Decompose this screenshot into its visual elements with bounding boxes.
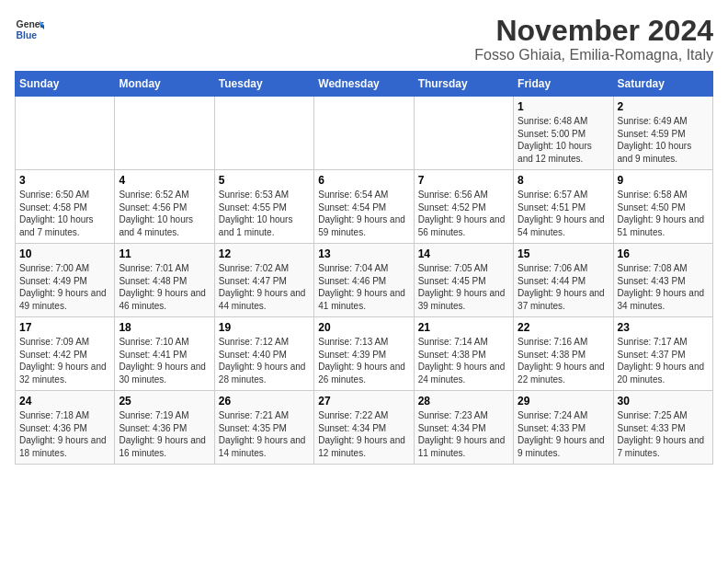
day-info: Sunrise: 7:10 AMSunset: 4:41 PMDaylight:…	[119, 336, 210, 385]
day-info: Sunrise: 7:06 AMSunset: 4:44 PMDaylight:…	[518, 262, 609, 312]
day-number: 22	[518, 321, 609, 334]
day-info: Sunrise: 6:52 AMSunset: 4:56 PMDaylight:…	[119, 189, 210, 238]
calendar-day-cell: 27Sunrise: 7:22 AMSunset: 4:34 PMDayligh…	[314, 391, 414, 465]
day-info: Sunrise: 7:00 AMSunset: 4:49 PMDaylight:…	[19, 262, 110, 312]
calendar-day-cell: 13Sunrise: 7:04 AMSunset: 4:46 PMDayligh…	[314, 244, 414, 317]
day-number: 2	[618, 100, 709, 113]
calendar-day-cell: 15Sunrise: 7:06 AMSunset: 4:44 PMDayligh…	[514, 244, 613, 317]
day-info: Sunrise: 7:25 AMSunset: 4:33 PMDaylight:…	[618, 409, 709, 459]
day-info: Sunrise: 7:01 AMSunset: 4:48 PMDaylight:…	[119, 262, 210, 312]
calendar-day-cell: 2Sunrise: 6:49 AMSunset: 4:59 PMDaylight…	[613, 97, 712, 170]
logo-icon: General Blue	[15, 15, 44, 44]
calendar-day-cell: 29Sunrise: 7:24 AMSunset: 4:33 PMDayligh…	[514, 391, 613, 465]
day-info: Sunrise: 6:49 AMSunset: 4:59 PMDaylight:…	[618, 115, 709, 165]
day-number: 29	[518, 395, 609, 408]
day-info: Sunrise: 6:56 AMSunset: 4:52 PMDaylight:…	[418, 189, 509, 238]
day-number: 7	[418, 174, 509, 187]
day-number: 19	[219, 321, 310, 334]
calendar-week-row: 3Sunrise: 6:50 AMSunset: 4:58 PMDaylight…	[16, 170, 713, 244]
calendar-day-cell: 24Sunrise: 7:18 AMSunset: 4:36 PMDayligh…	[16, 391, 115, 465]
calendar-day-cell: 23Sunrise: 7:17 AMSunset: 4:37 PMDayligh…	[613, 317, 712, 391]
weekday-header-cell: Sunday	[16, 72, 115, 97]
day-number: 28	[418, 395, 509, 408]
day-number: 18	[119, 321, 210, 334]
calendar-day-cell	[115, 97, 214, 170]
calendar-day-cell: 25Sunrise: 7:19 AMSunset: 4:36 PMDayligh…	[115, 391, 214, 465]
calendar-day-cell: 21Sunrise: 7:14 AMSunset: 4:38 PMDayligh…	[414, 317, 513, 391]
day-info: Sunrise: 7:13 AMSunset: 4:39 PMDaylight:…	[318, 336, 409, 385]
day-info: Sunrise: 7:22 AMSunset: 4:34 PMDaylight:…	[318, 409, 409, 459]
calendar-table: SundayMondayTuesdayWednesdayThursdayFrid…	[15, 71, 713, 465]
day-number: 17	[19, 321, 110, 334]
day-number: 12	[219, 247, 310, 260]
weekday-header-row: SundayMondayTuesdayWednesdayThursdayFrid…	[16, 72, 713, 97]
day-info: Sunrise: 7:21 AMSunset: 4:35 PMDaylight:…	[219, 409, 310, 459]
calendar-day-cell: 5Sunrise: 6:53 AMSunset: 4:55 PMDaylight…	[214, 170, 313, 244]
calendar-day-cell	[16, 97, 115, 170]
month-title: November 2024	[474, 15, 713, 47]
calendar-week-row: 24Sunrise: 7:18 AMSunset: 4:36 PMDayligh…	[16, 391, 713, 465]
calendar-day-cell: 4Sunrise: 6:52 AMSunset: 4:56 PMDaylight…	[115, 170, 214, 244]
day-number: 23	[618, 321, 709, 334]
day-info: Sunrise: 7:12 AMSunset: 4:40 PMDaylight:…	[219, 336, 310, 385]
calendar-day-cell	[414, 97, 513, 170]
calendar-body: 1Sunrise: 6:48 AMSunset: 5:00 PMDaylight…	[16, 97, 713, 465]
calendar-day-cell: 18Sunrise: 7:10 AMSunset: 4:41 PMDayligh…	[115, 317, 214, 391]
page-header: General Blue November 2024 Fosso Ghiaia,…	[15, 15, 713, 63]
day-info: Sunrise: 6:54 AMSunset: 4:54 PMDaylight:…	[318, 189, 409, 238]
calendar-day-cell: 16Sunrise: 7:08 AMSunset: 4:43 PMDayligh…	[613, 244, 712, 317]
day-info: Sunrise: 7:09 AMSunset: 4:42 PMDaylight:…	[19, 336, 110, 385]
location-title: Fosso Ghiaia, Emilia-Romagna, Italy	[474, 47, 713, 63]
calendar-day-cell: 30Sunrise: 7:25 AMSunset: 4:33 PMDayligh…	[613, 391, 712, 465]
day-number: 4	[119, 174, 210, 187]
day-number: 27	[318, 395, 409, 408]
calendar-day-cell: 10Sunrise: 7:00 AMSunset: 4:49 PMDayligh…	[16, 244, 115, 317]
day-number: 9	[618, 174, 709, 187]
weekday-header-cell: Saturday	[613, 72, 712, 97]
calendar-day-cell: 17Sunrise: 7:09 AMSunset: 4:42 PMDayligh…	[16, 317, 115, 391]
day-info: Sunrise: 7:14 AMSunset: 4:38 PMDaylight:…	[418, 336, 509, 385]
calendar-day-cell: 14Sunrise: 7:05 AMSunset: 4:45 PMDayligh…	[414, 244, 513, 317]
day-number: 16	[618, 247, 709, 260]
day-number: 25	[119, 395, 210, 408]
logo: General Blue	[15, 15, 44, 44]
calendar-day-cell	[314, 97, 414, 170]
day-info: Sunrise: 7:04 AMSunset: 4:46 PMDaylight:…	[318, 262, 409, 312]
calendar-week-row: 17Sunrise: 7:09 AMSunset: 4:42 PMDayligh…	[16, 317, 713, 391]
day-number: 14	[418, 247, 509, 260]
calendar-day-cell: 22Sunrise: 7:16 AMSunset: 4:38 PMDayligh…	[514, 317, 613, 391]
weekday-header-cell: Friday	[514, 72, 613, 97]
calendar-day-cell: 9Sunrise: 6:58 AMSunset: 4:50 PMDaylight…	[613, 170, 712, 244]
calendar-day-cell: 12Sunrise: 7:02 AMSunset: 4:47 PMDayligh…	[214, 244, 313, 317]
day-number: 1	[518, 100, 609, 113]
weekday-header-cell: Wednesday	[314, 72, 414, 97]
svg-text:Blue: Blue	[17, 30, 38, 40]
day-number: 24	[19, 395, 110, 408]
day-info: Sunrise: 7:16 AMSunset: 4:38 PMDaylight:…	[518, 336, 609, 385]
day-number: 15	[518, 247, 609, 260]
day-number: 30	[618, 395, 709, 408]
calendar-day-cell: 1Sunrise: 6:48 AMSunset: 5:00 PMDaylight…	[514, 97, 613, 170]
day-number: 5	[219, 174, 310, 187]
day-info: Sunrise: 6:57 AMSunset: 4:51 PMDaylight:…	[518, 189, 609, 238]
day-number: 10	[19, 247, 110, 260]
calendar-day-cell: 3Sunrise: 6:50 AMSunset: 4:58 PMDaylight…	[16, 170, 115, 244]
day-number: 26	[219, 395, 310, 408]
day-info: Sunrise: 6:48 AMSunset: 5:00 PMDaylight:…	[518, 115, 609, 165]
weekday-header-cell: Monday	[115, 72, 214, 97]
day-number: 8	[518, 174, 609, 187]
calendar-week-row: 10Sunrise: 7:00 AMSunset: 4:49 PMDayligh…	[16, 244, 713, 317]
calendar-day-cell: 28Sunrise: 7:23 AMSunset: 4:34 PMDayligh…	[414, 391, 513, 465]
calendar-day-cell: 11Sunrise: 7:01 AMSunset: 4:48 PMDayligh…	[115, 244, 214, 317]
day-info: Sunrise: 7:17 AMSunset: 4:37 PMDaylight:…	[618, 336, 709, 385]
day-info: Sunrise: 7:23 AMSunset: 4:34 PMDaylight:…	[418, 409, 509, 459]
day-number: 11	[119, 247, 210, 260]
calendar-day-cell: 7Sunrise: 6:56 AMSunset: 4:52 PMDaylight…	[414, 170, 513, 244]
calendar-day-cell: 26Sunrise: 7:21 AMSunset: 4:35 PMDayligh…	[214, 391, 313, 465]
day-number: 6	[318, 174, 409, 187]
day-info: Sunrise: 7:05 AMSunset: 4:45 PMDaylight:…	[418, 262, 509, 312]
weekday-header-cell: Thursday	[414, 72, 513, 97]
day-info: Sunrise: 6:58 AMSunset: 4:50 PMDaylight:…	[618, 189, 709, 238]
day-info: Sunrise: 6:53 AMSunset: 4:55 PMDaylight:…	[219, 189, 310, 238]
calendar-day-cell: 20Sunrise: 7:13 AMSunset: 4:39 PMDayligh…	[314, 317, 414, 391]
